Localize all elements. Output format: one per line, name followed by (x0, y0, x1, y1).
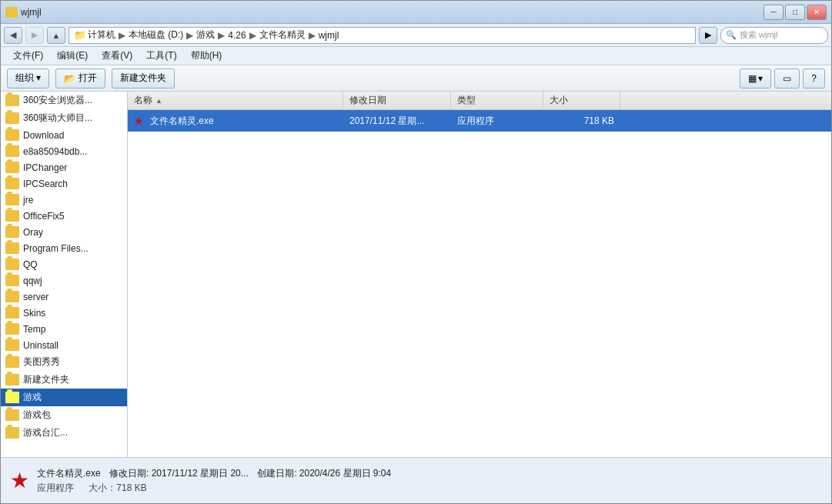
status-modified-label: 修改日期: 2017/11/12 星期日 20... (109, 468, 249, 479)
sidebar-item-label: 360驱动大师目... (23, 112, 92, 125)
path-part-filegenie: 文件名精灵 (259, 28, 306, 42)
sidebar: 360安全浏览器... 360驱动大师目... Download e8a8509… (1, 92, 128, 457)
open-icon: 📂 (64, 73, 75, 84)
folder-icon (5, 259, 19, 270)
search-icon: 🔍 (726, 30, 737, 40)
sidebar-item-label: OfficeFix5 (23, 211, 65, 222)
col-header-modified[interactable]: 修改日期 (343, 92, 451, 109)
col-header-type[interactable]: 类型 (451, 92, 543, 109)
sidebar-item-label: Temp (23, 324, 45, 335)
file-cell-size: 718 KB (543, 110, 620, 132)
back-button[interactable]: ◀ (4, 27, 22, 44)
folder-icon (5, 392, 19, 403)
open-button[interactable]: 📂 打开 (55, 68, 105, 88)
sort-arrow: ▲ (155, 97, 162, 105)
sidebar-item-temp[interactable]: Temp (1, 321, 127, 337)
titlebar-left: wjmjl (5, 7, 42, 18)
sidebar-item-newfolder[interactable]: 新建文件夹 (1, 371, 127, 389)
forward-button[interactable]: ▶ (25, 27, 44, 44)
path-sep-4: ▶ (249, 30, 256, 41)
sidebar-item-skins[interactable]: Skins (1, 305, 127, 321)
restore-button[interactable]: □ (785, 5, 805, 20)
menu-view[interactable]: 查看(V) (95, 48, 139, 64)
file-size: 718 KB (584, 115, 614, 126)
sidebar-item-360browser[interactable]: 360安全浏览器... (1, 92, 127, 109)
sidebar-item-uninstall[interactable]: Uninstall (1, 337, 127, 353)
folder-icon (5, 210, 19, 222)
col-header-name[interactable]: 名称 ▲ (128, 92, 343, 109)
col-header-size[interactable]: 大小 (543, 92, 620, 109)
path-sep-5: ▶ (309, 30, 316, 41)
file-type: 应用程序 (457, 115, 494, 128)
main-area: 360安全浏览器... 360驱动大师目... Download e8a8509… (1, 92, 831, 457)
refresh-button[interactable]: ▶ (699, 27, 717, 44)
path-part-games: 游戏 (196, 28, 215, 42)
folder-icon (5, 145, 19, 157)
file-list: ★ 文件名精灵.exe 2017/11/12 星期... 应用程序 718 KB (128, 110, 831, 457)
sidebar-item-label: 新建文件夹 (23, 373, 69, 386)
star-icon: ★ (134, 115, 146, 127)
window-icon (5, 7, 18, 18)
sidebar-item-ipchanger[interactable]: IPChanger (1, 159, 127, 175)
sidebar-item-label: Program Files... (23, 243, 89, 254)
sidebar-item-label: IPChanger (23, 162, 67, 173)
sidebar-item-download[interactable]: Download (1, 127, 127, 143)
sidebar-item-e8a8[interactable]: e8a85094bdb... (1, 143, 127, 159)
sidebar-item-qqwj[interactable]: qqwj (1, 272, 127, 289)
path-sep-3: ▶ (218, 30, 225, 41)
help-button[interactable]: ? (803, 68, 825, 88)
sidebar-item-officefix5[interactable]: OfficeFix5 (1, 208, 127, 224)
search-box[interactable]: 🔍 搜索 wjmjl (720, 27, 828, 44)
sidebar-item-games[interactable]: 游戏 (1, 389, 127, 406)
sidebar-item-label: 美图秀秀 (23, 355, 60, 369)
menu-edit[interactable]: 编辑(E) (51, 48, 94, 64)
sidebar-item-label: e8a85094bdb... (23, 146, 87, 157)
address-path[interactable]: 📁 计算机 ▶ 本地磁盘 (D:) ▶ 游戏 ▶ 4.26 ▶ 文件名精灵 ▶ … (68, 27, 696, 44)
sidebar-item-qq[interactable]: QQ (1, 256, 127, 272)
sidebar-item-ipcsearch[interactable]: IPCSearch (1, 175, 127, 192)
folder-icon (5, 112, 19, 124)
folder-icon (5, 194, 19, 205)
close-button[interactable]: ✕ (807, 5, 827, 20)
view-button[interactable]: ▦ ▾ (740, 68, 771, 88)
minimize-button[interactable]: ─ (764, 5, 784, 20)
search-placeholder: 搜索 wjmjl (740, 29, 778, 41)
sidebar-item-programfiles[interactable]: Program Files... (1, 240, 127, 256)
sidebar-item-gametai[interactable]: 游戏台汇... (1, 424, 127, 442)
sidebar-item-label: qqwj (23, 275, 42, 286)
sidebar-item-meitu[interactable]: 美图秀秀 (1, 353, 127, 371)
organize-button[interactable]: 组织 ▾ (7, 68, 49, 88)
sidebar-item-360driver[interactable]: 360驱动大师目... (1, 109, 127, 127)
status-size: 大小：718 KB (89, 482, 146, 493)
sidebar-item-server[interactable]: server (1, 289, 127, 305)
folder-icon (5, 356, 19, 368)
new-folder-button[interactable]: 新建文件夹 (112, 68, 175, 88)
menu-help[interactable]: 帮助(H) (185, 48, 229, 64)
pane-button[interactable]: ▭ (774, 68, 800, 88)
sidebar-item-label: Oray (23, 227, 43, 238)
new-folder-label: 新建文件夹 (120, 72, 166, 85)
path-sep-2: ▶ (186, 30, 193, 41)
column-headers: 名称 ▲ 修改日期 类型 大小 (128, 92, 831, 110)
folder-icon (5, 162, 19, 173)
path-folder-icon: 📁 (74, 29, 86, 41)
sidebar-item-gamebag[interactable]: 游戏包 (1, 406, 127, 424)
folder-icon (5, 129, 19, 141)
sidebar-item-oray[interactable]: Oray (1, 224, 127, 240)
file-name: 文件名精灵.exe (150, 115, 214, 128)
menu-file[interactable]: 文件(F) (7, 48, 49, 64)
path-sep-1: ▶ (119, 30, 125, 41)
titlebar: wjmjl ─ □ ✕ (1, 1, 831, 24)
up-button[interactable]: ▲ (47, 27, 65, 44)
file-cell-type: 应用程序 (451, 110, 543, 132)
titlebar-controls: ─ □ ✕ (764, 5, 827, 20)
status-filename: 文件名精灵.exe (37, 468, 101, 479)
folder-icon (5, 323, 19, 335)
table-row[interactable]: ★ 文件名精灵.exe 2017/11/12 星期... 应用程序 718 KB (128, 110, 831, 132)
status-line1: 文件名精灵.exe 修改日期: 2017/11/12 星期日 20... 创建日… (37, 467, 391, 480)
sidebar-item-jre[interactable]: jre (1, 192, 127, 208)
folder-icon (5, 226, 19, 238)
sidebar-item-label: Uninstall (23, 340, 58, 351)
menu-tools[interactable]: 工具(T) (140, 48, 182, 64)
organize-label: 组织 ▾ (15, 72, 41, 85)
